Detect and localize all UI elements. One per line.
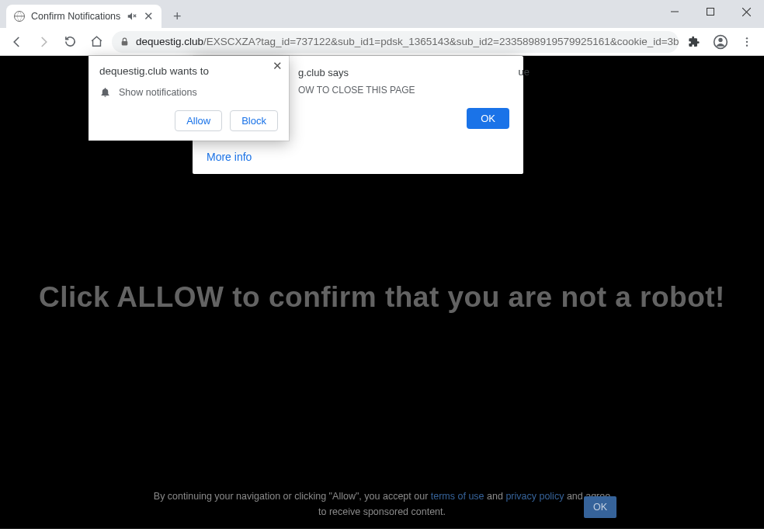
reload-button[interactable] (59, 31, 81, 53)
footer-and: and (484, 491, 506, 502)
svg-rect-1 (707, 9, 714, 16)
menu-button[interactable] (736, 31, 758, 53)
lock-icon (120, 36, 130, 48)
url-path: /EXSCXZA?tag_id=737122&sub_id1=pdsk_1365… (203, 36, 679, 47)
more-info-link[interactable]: More info (207, 151, 252, 163)
svg-point-12 (746, 44, 748, 46)
svg-point-9 (718, 37, 722, 41)
address-bar[interactable]: dequestig.club/EXSCXZA?tag_id=737122&sub… (112, 31, 679, 53)
window-bottom-edge (0, 529, 764, 532)
maximize-button[interactable] (693, 0, 728, 23)
permission-site: dequestig.club wants to (99, 65, 278, 77)
close-window-button[interactable] (728, 0, 764, 23)
block-button[interactable]: Block (230, 110, 278, 131)
browser-tab[interactable]: Confirm Notifications ✕ (6, 5, 161, 28)
alert-ok-button[interactable]: OK (467, 108, 509, 129)
permission-item-label: Show notifications (119, 87, 197, 98)
footer-line2: to receive sponsored content. (318, 506, 446, 517)
url-domain: dequestig.club (136, 36, 203, 47)
headline-text: Click ALLOW to confirm that you are not … (0, 281, 764, 314)
back-button[interactable] (6, 31, 28, 53)
url-text: dequestig.club/EXSCXZA?tag_id=737122&sub… (136, 36, 679, 47)
new-tab-button[interactable]: + (166, 5, 188, 27)
footer-text: By continuing your navigation or clickin… (0, 489, 764, 520)
extensions-button[interactable] (683, 31, 705, 53)
terms-link[interactable]: terms of use (431, 491, 484, 502)
alert-leak-text: ue (519, 66, 530, 78)
profile-button[interactable] (710, 31, 731, 53)
close-icon[interactable]: ✕ (273, 59, 283, 73)
tab-title: Confirm Notifications (31, 11, 120, 22)
home-button[interactable] (85, 31, 107, 53)
svg-rect-6 (122, 41, 128, 45)
footer-ok-button[interactable]: OK (584, 496, 616, 518)
forward-button[interactable] (33, 31, 54, 53)
window-controls (657, 0, 764, 23)
svg-point-10 (746, 37, 748, 39)
browser-toolbar: dequestig.club/EXSCXZA?tag_id=737122&sub… (0, 28, 764, 56)
bell-icon (99, 86, 111, 98)
globe-icon (14, 11, 25, 22)
footer-pre: By continuing your navigation or clickin… (154, 491, 431, 502)
mute-icon[interactable] (127, 11, 137, 22)
close-tab-icon[interactable]: ✕ (144, 9, 154, 23)
minimize-button[interactable] (657, 0, 693, 23)
privacy-link[interactable]: privacy policy (505, 491, 564, 502)
permission-item: Show notifications (99, 86, 278, 98)
permission-prompt: ✕ dequestig.club wants to Show notificat… (89, 56, 289, 141)
tab-strip: Confirm Notifications ✕ + (0, 0, 764, 28)
allow-button[interactable]: Allow (175, 110, 222, 131)
svg-point-11 (746, 40, 748, 42)
